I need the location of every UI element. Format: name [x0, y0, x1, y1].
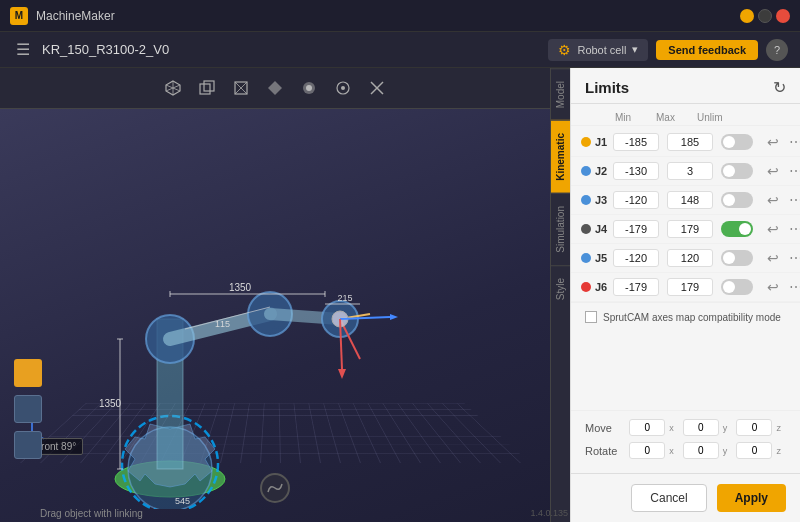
menu-icon[interactable]: ☰	[12, 36, 34, 63]
sprutcam-checkbox[interactable]	[585, 311, 597, 323]
tab-kinematic[interactable]: Kinematic	[551, 120, 570, 193]
limits-table: Min Max Unlim J1 ↩ ⋯	[571, 104, 800, 410]
svg-marker-9	[268, 81, 282, 95]
j4-more-button[interactable]: ⋯	[789, 221, 800, 237]
svg-point-11	[306, 85, 312, 91]
wireframe-button[interactable]	[227, 74, 255, 102]
move-x-input[interactable]	[629, 419, 665, 436]
joint-row-j4: J4 ↩ ⋯	[571, 215, 800, 244]
document-title: KR_150_R3100-2_V0	[42, 42, 540, 57]
svg-rect-4	[200, 84, 210, 94]
move-rotate-section: Move x y z Rotate x y z	[571, 410, 800, 473]
svg-rect-5	[204, 81, 214, 91]
tab-simulation[interactable]: Simulation	[551, 193, 570, 265]
j1-arc-icon: ↩	[763, 132, 783, 152]
joint-dot-j2	[581, 166, 591, 176]
j5-arc-icon: ↩	[763, 248, 783, 268]
palette-cube-blue-1[interactable]	[14, 395, 42, 423]
box-view-button[interactable]	[193, 74, 221, 102]
reset-button[interactable]: ↻	[773, 78, 786, 97]
joint-label-j3: J3	[581, 194, 611, 206]
j4-max-input[interactable]	[667, 220, 713, 238]
panel-title: Limits	[585, 79, 629, 96]
j6-more-button[interactable]: ⋯	[789, 279, 800, 295]
robot-cell-selector[interactable]: ⚙ Robot cell ▾	[548, 39, 648, 61]
joint-label-j1: J1	[581, 136, 611, 148]
cancel-button[interactable]: Cancel	[631, 484, 706, 512]
rotate-z-axis: z	[776, 446, 786, 456]
window-controls	[740, 9, 790, 23]
rotate-z-input[interactable]	[736, 442, 772, 459]
j3-max-input[interactable]	[667, 191, 713, 209]
palette-cube-blue-2[interactable]	[14, 431, 42, 459]
joint-dot-j4	[581, 224, 591, 234]
j1-min-input[interactable]	[613, 133, 659, 151]
j2-min-input[interactable]	[613, 162, 659, 180]
palette-cube-orange[interactable]	[14, 359, 42, 387]
minimize-button[interactable]	[740, 9, 754, 23]
joint-row-j2: J2 ↩ ⋯	[571, 157, 800, 186]
j6-min-input[interactable]	[613, 278, 659, 296]
move-row: Move x y z	[585, 419, 786, 436]
j4-min-input[interactable]	[613, 220, 659, 238]
j2-arc-icon: ↩	[763, 161, 783, 181]
cross-button[interactable]	[363, 74, 391, 102]
speed-circle	[260, 473, 290, 503]
rotate-y-axis: y	[723, 446, 733, 456]
joint-label-j4: J4	[581, 223, 611, 235]
robot-arm: 1350 215 115 1350 545 330	[30, 129, 450, 509]
apply-button[interactable]: Apply	[717, 484, 786, 512]
rotate-y-input[interactable]	[683, 442, 719, 459]
header-unlim: Unlim	[697, 112, 738, 123]
svg-text:1350: 1350	[99, 398, 122, 409]
svg-marker-41	[390, 314, 398, 320]
tab-model[interactable]: Model	[551, 68, 570, 120]
j5-toggle[interactable]	[721, 250, 753, 266]
j1-max-input[interactable]	[667, 133, 713, 151]
rotate-x-input[interactable]	[629, 442, 665, 459]
joint-dot-j1	[581, 137, 591, 147]
viewport-3d[interactable]: 1350 215 115 1350 545 330	[0, 109, 550, 522]
j2-max-input[interactable]	[667, 162, 713, 180]
j5-more-button[interactable]: ⋯	[789, 250, 800, 266]
circle-view-button[interactable]	[295, 74, 323, 102]
j3-toggle[interactable]	[721, 192, 753, 208]
j1-toggle[interactable]	[721, 134, 753, 150]
viewport[interactable]: 1350 215 115 1350 545 330	[0, 68, 550, 522]
cube-view-button[interactable]	[159, 74, 187, 102]
svg-text:115: 115	[215, 319, 230, 329]
help-button[interactable]: ?	[766, 39, 788, 61]
j6-max-input[interactable]	[667, 278, 713, 296]
j5-min-input[interactable]	[613, 249, 659, 267]
tab-style[interactable]: Style	[551, 265, 570, 312]
joint-dot-j6	[581, 282, 591, 292]
j5-max-input[interactable]	[667, 249, 713, 267]
solid-button[interactable]	[261, 74, 289, 102]
robot-cell-label: Robot cell	[577, 44, 626, 56]
j3-min-input[interactable]	[613, 191, 659, 209]
svg-point-13	[341, 86, 345, 90]
feedback-button[interactable]: Send feedback	[656, 40, 758, 60]
maximize-button[interactable]	[758, 9, 772, 23]
joint-label-j5: J5	[581, 252, 611, 264]
move-z-input[interactable]	[736, 419, 772, 436]
rotate-label: Rotate	[585, 445, 625, 457]
joint-row-j3: J3 ↩ ⋯	[571, 186, 800, 215]
main-area: 1350 215 115 1350 545 330	[0, 68, 800, 522]
move-label: Move	[585, 422, 625, 434]
j1-more-button[interactable]: ⋯	[789, 134, 800, 150]
j3-more-button[interactable]: ⋯	[789, 192, 800, 208]
move-y-input[interactable]	[683, 419, 719, 436]
rotate-row: Rotate x y z	[585, 442, 786, 459]
target-button[interactable]	[329, 74, 357, 102]
j2-toggle[interactable]	[721, 163, 753, 179]
header-max: Max	[656, 112, 697, 123]
j4-toggle[interactable]	[721, 221, 753, 237]
app-icon: M	[10, 7, 28, 25]
viewport-status: Drag object with linking	[40, 508, 143, 519]
joint-row-j5: J5 ↩ ⋯	[571, 244, 800, 273]
j6-toggle[interactable]	[721, 279, 753, 295]
j2-more-button[interactable]: ⋯	[789, 163, 800, 179]
sprutcam-label: SprutCAM axes map compatibility mode	[603, 312, 781, 323]
close-button[interactable]	[776, 9, 790, 23]
